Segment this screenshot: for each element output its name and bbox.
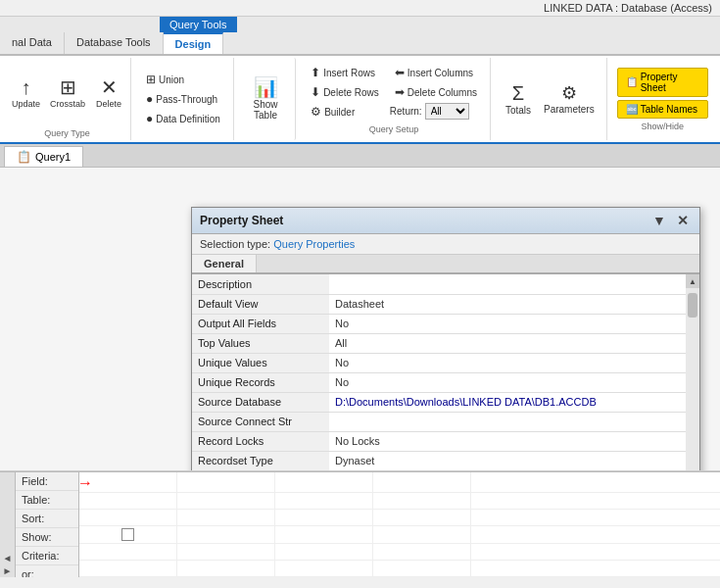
selection-type-link[interactable]: Query Properties [273,238,355,250]
delete-button[interactable]: ✕ Delete [91,75,126,111]
criteria-cell-2[interactable] [177,544,275,560]
delete-columns-button[interactable]: ➡ Delete Columns [390,83,482,101]
or-cell-1[interactable] [79,561,177,576]
insert-columns-button[interactable]: ⬅ Insert Columns [390,64,482,81]
show-checkbox-1[interactable] [121,528,134,541]
field-cell-2[interactable] [177,472,275,492]
prop-value-4[interactable]: No [329,353,699,372]
scroll-left-panel: ◄ ► [0,472,16,577]
field-row-arrow: → [77,474,93,492]
table-cell-3[interactable] [275,493,373,509]
property-row-8[interactable]: Record LocksNo Locks [192,431,699,451]
insert-columns-icon: ⬅ [395,66,405,79]
property-sheet-panel: Property Sheet ▼ ✕ Selection type: Query… [191,207,700,471]
delete-rows-button[interactable]: ⬇ Delete Rows [306,83,384,101]
return-select[interactable]: All [425,103,469,120]
builder-button[interactable]: ⚙ Builder [306,103,384,121]
table-cell-1[interactable] [79,493,177,509]
criteria-cell-1[interactable] [79,544,177,560]
or-cell-4[interactable] [373,561,471,576]
parameters-button[interactable]: ⚙ Parameters [540,82,599,117]
table-names-button[interactable]: 🔤 Table Names [617,100,708,119]
query1-tab[interactable]: 📋 Query1 [4,146,83,167]
prop-value-10[interactable]: 60 [329,470,699,471]
show-cell-3[interactable] [275,526,373,543]
property-row-9[interactable]: Recordset TypeDynaset [192,451,699,470]
field-cell-3[interactable] [275,472,373,492]
or-cell-3[interactable] [275,561,373,576]
panel-tab-general[interactable]: General [192,255,257,272]
tab-design[interactable]: Design [164,32,224,54]
scrollbar-up-arrow[interactable]: ▲ [686,274,699,288]
insert-rows-button[interactable]: ⬆ Insert Rows [306,64,384,81]
property-sheet-button[interactable]: 📋 Property Sheet [617,68,708,97]
prop-value-8[interactable]: No Locks [329,431,699,451]
delete-rows-icon: ⬇ [311,85,320,99]
sort-cell-4[interactable] [373,510,471,525]
property-row-5[interactable]: Unique RecordsNo [192,372,699,392]
table-cell-2[interactable] [177,493,275,509]
criteria-cell-3[interactable] [275,544,373,560]
property-row-10[interactable]: ODBC Timeout60 [192,470,699,471]
sort-label: Sort: [16,510,78,528]
data-definition-button[interactable]: ● Data Definition [141,110,225,127]
query-tab-bar: 📋 Query1 [0,144,720,168]
property-row-3[interactable]: Top ValuesAll [192,333,699,353]
show-table-icon: 📊 [254,77,278,97]
return-row: Return: All [390,103,482,120]
property-row-1[interactable]: Default ViewDatasheet [192,294,699,314]
show-table-button[interactable]: 📊 Show Table [236,58,296,140]
update-button[interactable]: ↑ Update [8,75,44,111]
property-row-4[interactable]: Unique ValuesNo [192,353,699,372]
property-row-6[interactable]: Source DatabaseD:\Documents\Downloads\LI… [192,392,699,412]
crosstab-button[interactable]: ⊞ Crosstab [46,75,89,111]
update-icon: ↑ [22,77,31,97]
prop-name-3: Top Values [192,333,329,353]
prop-value-5[interactable]: No [329,372,699,392]
or-row[interactable] [79,561,720,577]
panel-selection-type: Selection type: Query Properties [192,234,699,255]
panel-close-button[interactable]: ✕ [674,212,692,229]
sort-cell-3[interactable] [275,510,373,525]
or-cell-2[interactable] [177,561,275,576]
prop-value-3[interactable]: All [329,333,699,353]
union-icon: ⊞ [146,73,156,86]
prop-value-9[interactable]: Dynaset [329,451,699,470]
sort-cell-2[interactable] [177,510,275,525]
prop-value-6[interactable]: D:\Documents\Downloads\LINKED DATA\DB1.A… [329,392,699,412]
pass-through-button[interactable]: ● Pass-Through [141,90,225,108]
table-cell-4[interactable] [373,493,471,509]
scroll-right-arrow[interactable]: ► [0,564,15,577]
panel-title-icons: ▼ ✕ [650,212,692,229]
scroll-left-arrow[interactable]: ◄ [0,552,15,564]
criteria-row[interactable] [79,544,720,561]
sort-cell-1[interactable] [79,510,177,525]
criteria-cell-4[interactable] [373,544,471,560]
field-cell-1[interactable] [79,472,177,492]
property-row-7[interactable]: Source Connect Str [192,412,699,431]
prop-value-1[interactable]: Datasheet [329,294,699,314]
panel-scrollbar[interactable]: ▲ ▼ [686,274,699,471]
show-row[interactable] [79,526,720,544]
show-cell-1[interactable] [79,526,177,543]
prop-value-7[interactable] [329,412,699,431]
field-cell-4[interactable] [373,472,471,492]
scrollbar-thumb[interactable] [688,293,697,318]
panel-title-bar: Property Sheet ▼ ✕ [192,208,699,234]
show-cell-4[interactable] [373,526,471,543]
property-row-0[interactable]: Description [192,274,699,294]
prop-value-0[interactable] [329,274,699,294]
panel-pin-button[interactable]: ▼ [650,212,668,229]
table-row[interactable] [79,493,720,510]
sort-row[interactable] [79,510,720,526]
tab-nal-data[interactable]: nal Data [0,32,65,54]
field-row[interactable] [79,472,720,493]
property-row-2[interactable]: Output All FieldsNo [192,314,699,333]
parameters-icon: ⚙ [561,84,577,102]
prop-value-2[interactable]: No [329,314,699,333]
show-cell-2[interactable] [177,526,275,543]
totals-button[interactable]: Σ Totals [501,81,536,118]
tab-database-tools[interactable]: Database Tools [65,32,164,54]
main-area: Property Sheet ▼ ✕ Selection type: Query… [0,168,720,471]
union-button[interactable]: ⊞ Union [141,71,225,88]
